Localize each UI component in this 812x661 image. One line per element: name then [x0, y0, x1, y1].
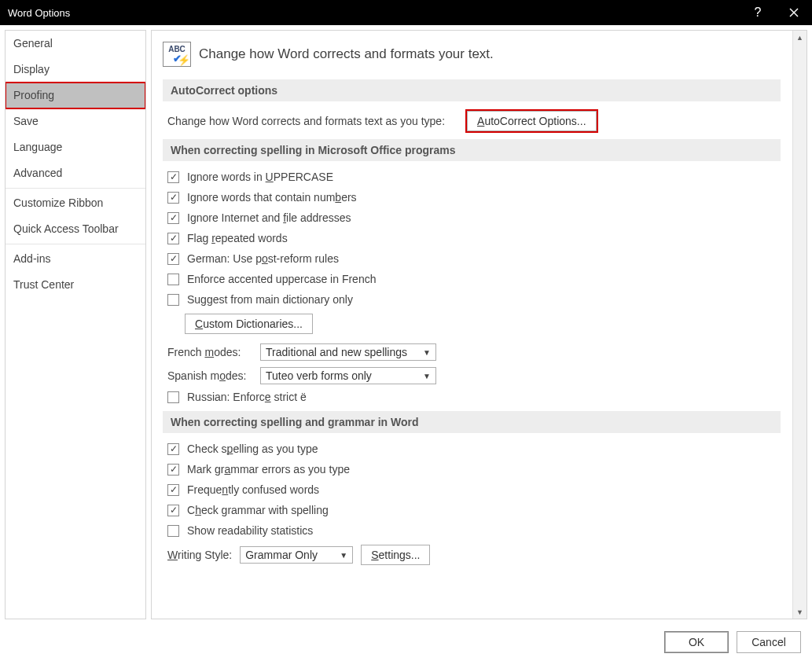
checkbox-flag-repeated[interactable] [167, 233, 179, 244]
checkbox-ignore-internet[interactable] [167, 212, 179, 224]
spanish-modes-label: Spanish modes: [167, 369, 252, 382]
checkbox-mark-grammar-typing[interactable] [167, 464, 179, 476]
label-rest: ettings... [379, 549, 421, 561]
writing-style-select[interactable]: Grammar Only ▼ [240, 546, 353, 564]
label-rest: utoCorrect Options... [484, 115, 586, 127]
page-header: Change how Word corrects and formats you… [199, 46, 494, 62]
accel: A [477, 115, 484, 127]
sidebar-item-quick-access-toolbar[interactable]: Quick Access Toolbar [6, 216, 145, 242]
checkbox-readability-stats[interactable] [167, 525, 179, 537]
label-check-grammar-spelling: Check grammar with spelling [187, 504, 329, 516]
label-ignore-numbers: Ignore words that contain numbers [187, 191, 357, 204]
select-value: Grammar Only [245, 549, 318, 561]
checkbox-check-grammar-spelling[interactable] [167, 505, 179, 516]
sidebar-item-trust-center[interactable]: Trust Center [6, 272, 145, 298]
writing-style-label: Writing Style: [167, 549, 232, 561]
sidebar-separator [6, 188, 145, 189]
main-panel: ABC ✔ ⚡ Change how Word corrects and for… [151, 30, 807, 619]
proofing-icon: ABC ✔ ⚡ [163, 42, 191, 67]
select-value: Tuteo verb forms only [266, 369, 372, 382]
sidebar: General Display Proofing Save Language A… [5, 30, 146, 619]
sidebar-item-language[interactable]: Language [6, 134, 145, 160]
close-icon [789, 8, 799, 17]
sidebar-separator [6, 244, 145, 244]
custom-dictionaries-button[interactable]: Custom Dictionaries... [185, 314, 313, 334]
label-flag-repeated: Flag repeated words [187, 232, 288, 244]
section-autocorrect-options: AutoCorrect options [163, 79, 781, 101]
accel: S [371, 549, 378, 561]
label-russian-strict-yo: Russian: Enforce strict ё [187, 391, 307, 403]
chevron-down-icon: ▼ [340, 551, 347, 560]
label-german-postreform: German: Use post-reform rules [187, 252, 339, 265]
accel: C [195, 318, 203, 330]
sidebar-item-general[interactable]: General [6, 31, 145, 57]
section-spelling-grammar-word: When correcting spelling and grammar in … [163, 411, 781, 433]
checkbox-ignore-uppercase[interactable] [167, 171, 179, 183]
sidebar-item-advanced[interactable]: Advanced [6, 160, 145, 186]
close-button[interactable] [776, 0, 812, 25]
checkbox-german-postreform[interactable] [167, 253, 179, 265]
autocorrect-options-button[interactable]: AutoCorrect Options... [467, 111, 597, 131]
label-main-dictionary-only: Suggest from main dictionary only [187, 293, 353, 306]
sidebar-item-customize-ribbon[interactable]: Customize Ribbon [6, 190, 145, 216]
chevron-down-icon: ▼ [423, 372, 431, 380]
autocorrect-desc: Change how Word corrects and formats tex… [167, 115, 445, 127]
label-rest: ustom Dictionaries... [203, 318, 303, 330]
sidebar-item-proofing[interactable]: Proofing [6, 83, 145, 108]
label-mark-grammar-typing: Mark grammar errors as you type [187, 463, 350, 476]
checkbox-confused-words[interactable] [167, 484, 179, 496]
spanish-modes-select[interactable]: Tuteo verb forms only ▼ [260, 367, 436, 384]
label-ignore-internet: Ignore Internet and file addresses [187, 211, 351, 224]
dialog-footer: OK Cancel [0, 629, 812, 661]
chevron-down-icon: ▼ [423, 348, 431, 357]
scroll-down-arrow-icon[interactable]: ▼ [793, 605, 806, 619]
sidebar-item-save[interactable]: Save [6, 108, 145, 134]
select-value: Traditional and new spellings [266, 346, 407, 358]
sidebar-item-add-ins[interactable]: Add-ins [6, 246, 145, 272]
titlebar: Word Options ? [0, 0, 812, 25]
french-modes-label: French modes: [167, 346, 252, 358]
window-title: Word Options [8, 7, 70, 19]
checkbox-check-spelling-typing[interactable] [167, 443, 179, 455]
label-confused-words: Frequently confused words [187, 483, 319, 496]
sidebar-item-display[interactable]: Display [6, 57, 145, 83]
cancel-button[interactable]: Cancel [737, 631, 801, 653]
label-enforce-french-accent: Enforce accented uppercase in French [187, 273, 376, 285]
settings-button[interactable]: Settings... [361, 545, 430, 565]
scroll-up-arrow-icon[interactable]: ▲ [793, 31, 806, 44]
checkbox-russian-strict-yo[interactable] [167, 391, 179, 403]
french-modes-select[interactable]: Traditional and new spellings ▼ [260, 343, 436, 361]
scrollbar[interactable]: ▲ ▼ [792, 31, 806, 619]
section-spelling-office: When correcting spelling in Microsoft Of… [163, 139, 781, 161]
label-ignore-uppercase: Ignore words in UPPERCASE [187, 171, 333, 183]
checkbox-main-dictionary-only[interactable] [167, 294, 179, 306]
bolt-icon: ⚡ [178, 54, 190, 66]
checkbox-ignore-numbers[interactable] [167, 192, 179, 204]
label-check-spelling-typing: Check spelling as you type [187, 443, 318, 455]
ok-button[interactable]: OK [664, 631, 729, 653]
checkbox-enforce-french-accent[interactable] [167, 274, 179, 285]
help-button[interactable]: ? [740, 0, 776, 25]
label-readability-stats: Show readability statistics [187, 524, 313, 537]
